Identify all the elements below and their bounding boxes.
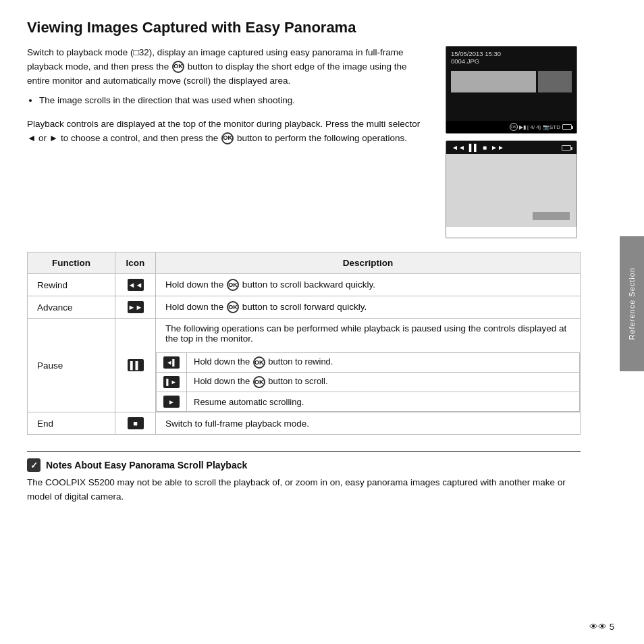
battery-icon-1 [562, 124, 572, 130]
nested-rewind-btn: ◄▌ [163, 356, 180, 369]
icon-pause: ▌▌ [115, 319, 156, 412]
notes-title: Notes About Easy Panorama Scroll Playbac… [46, 460, 247, 471]
playback-btns: ◄◄ ▌▌ ■ ►► [452, 144, 504, 151]
pause-icon-btn: ▌▌ [128, 359, 144, 371]
table-row: ◄▌ Hold down the OK button to rewind. [157, 353, 580, 373]
table-row: Rewind ◄◄ Hold down the OK button to scr… [28, 274, 581, 296]
page-num: 5 [610, 622, 614, 632]
intro-text: Switch to playback mode (□32), display a… [27, 46, 429, 238]
playback-controls-bar: ◄◄ ▌▌ ■ ►► [446, 141, 576, 154]
page-title: Viewing Images Captured with Easy Panora… [27, 19, 581, 36]
intro-bullets: The image scrolls in the direction that … [39, 94, 429, 108]
ok-advance: OK [227, 301, 239, 313]
nested-icon-rewind: ◄▌ [157, 353, 187, 373]
reference-sidebar: Reference Section [620, 236, 644, 371]
pause-header-text: The following operations can be performe… [156, 319, 580, 348]
icon-advance: ►► [115, 296, 156, 319]
pause-nested-table: ◄▌ Hold down the OK button to rewind. ▌►… [156, 352, 580, 412]
function-advance: Advance [28, 296, 115, 319]
ok-symbol-1: OK [172, 61, 184, 73]
check-icon: ✓ [27, 458, 41, 472]
battery-tip [572, 126, 573, 129]
reference-label: Reference Section [628, 267, 636, 340]
nested-desc-rewind: Hold down the OK button to rewind. [187, 353, 580, 373]
intro-section: Switch to playback mode (□32), display a… [27, 46, 581, 238]
battery-tip-2 [571, 147, 572, 150]
page-number-area: 👁👁 5 [589, 622, 614, 632]
table-row: End ■ Switch to full-frame playback mode… [28, 412, 581, 435]
function-table: Function Icon Description Rewind ◄◄ Hold… [27, 252, 581, 435]
intro-para2: Playback controls are displayed at the t… [27, 117, 429, 146]
nested-resume-btn: ► [163, 396, 180, 408]
intro-para1: Switch to playback mode (□32), display a… [27, 46, 429, 88]
col-function: Function [28, 252, 115, 274]
desc-end: Switch to full-frame playback mode. [156, 412, 581, 435]
screen1-filename: 0004.JPG [451, 57, 572, 65]
intro-bullet: The image scrolls in the direction that … [39, 94, 429, 108]
table-row: ► Resume automatic scrolling. [157, 392, 580, 412]
ok-rewind: OK [227, 279, 239, 291]
function-end: End [28, 412, 115, 435]
end-icon-btn: ■ [128, 417, 144, 429]
ok-symbol-2: OK [221, 132, 234, 144]
screen1-panorama-bar [451, 71, 572, 92]
playback-image-area [446, 154, 576, 227]
screen1-ok-controls: OK ▶▮ [ 4/ 4] [510, 123, 541, 131]
eye-icon: 👁👁 [589, 622, 607, 632]
nested-icon-resume: ► [157, 392, 187, 412]
ok-circle-small: OK [510, 123, 518, 131]
table-row: Pause ▌▌ The following operations can be… [28, 319, 581, 412]
screen1-bottom-bar: OK ▶▮ [ 4/ 4] 📷STD [446, 121, 576, 133]
nested-desc-scroll: Hold down the OK button to scroll. [187, 373, 580, 392]
icon-rewind: ◄◄ [115, 274, 156, 296]
nested-icon-scroll: ▌► [157, 373, 187, 392]
table-row: ▌► Hold down the OK button to scroll. [157, 373, 580, 392]
main-content: Viewing Images Captured with Easy Panora… [0, 0, 608, 518]
ok-nested-1: OK [253, 356, 265, 369]
rewind-icon-btn: ◄◄ [128, 279, 144, 291]
notes-section: ✓ Notes About Easy Panorama Scroll Playb… [27, 451, 581, 504]
header-row: Function Icon Description [28, 252, 581, 274]
notes-header: ✓ Notes About Easy Panorama Scroll Playb… [27, 458, 581, 472]
battery-icon-2 [562, 145, 571, 151]
btn-stop: ■ [483, 144, 487, 151]
desc-advance: Hold down the OK button to scroll forwar… [156, 296, 581, 319]
notes-text: The COOLPIX S5200 may not be able to scr… [27, 476, 581, 504]
advance-icon-btn: ►► [128, 301, 144, 313]
camera-screen-2: ◄◄ ▌▌ ■ ►► [446, 140, 577, 238]
screen1-info: 15/05/2013 15:30 0004.JPG [446, 47, 576, 68]
btn-rewind: ◄◄ [452, 144, 465, 151]
nested-scroll-btn: ▌► [163, 376, 180, 388]
screen1-std: 📷STD [543, 124, 560, 130]
ok-nested-2: OK [253, 376, 265, 388]
icon-end: ■ [115, 412, 156, 435]
camera-screens: 15/05/2013 15:30 0004.JPG OK ▶▮ [ 4/ 4] … [446, 46, 581, 238]
scroll-indicator [533, 212, 570, 220]
pano-dark [538, 71, 572, 92]
btn-forward: ►► [491, 144, 504, 151]
btn-pause: ▌▌ [469, 144, 479, 151]
camera-screen-1: 15/05/2013 15:30 0004.JPG OK ▶▮ [ 4/ 4] … [446, 46, 577, 134]
col-description: Description [156, 252, 581, 274]
desc-rewind: Hold down the OK button to scroll backwa… [156, 274, 581, 296]
desc-pause: The following operations can be performe… [156, 319, 581, 412]
screen1-counter: ▶▮ [ 4/ 4] [519, 124, 541, 130]
function-rewind: Rewind [28, 274, 115, 296]
function-pause: Pause [28, 319, 115, 412]
screen1-datetime: 15/05/2013 15:30 [451, 50, 572, 57]
table-body: Rewind ◄◄ Hold down the OK button to scr… [28, 274, 581, 435]
col-icon: Icon [115, 252, 156, 274]
table-header: Function Icon Description [28, 252, 581, 274]
pano-light [451, 71, 536, 92]
table-row: Advance ►► Hold down the OK button to sc… [28, 296, 581, 319]
nested-desc-resume: Resume automatic scrolling. [187, 392, 580, 412]
